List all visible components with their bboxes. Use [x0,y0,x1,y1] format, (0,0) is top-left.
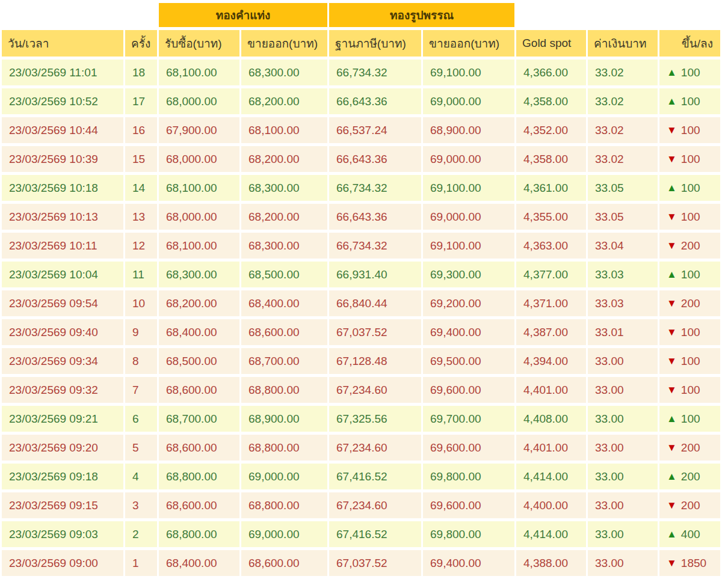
cell-gold-spot: 4,401.00 [516,377,586,403]
cell-baht-rate: 33.00 [588,464,658,489]
cell-datetime: 23/03/2569 09:34 [2,348,123,374]
change-value: 100 [681,268,700,281]
cell-datetime: 23/03/2569 10:11 [2,233,123,259]
change-value: 100 [681,66,700,79]
cell-sell-ornament: 69,800.00 [423,521,514,547]
col-header-tax-base: ฐานภาษี(บาท) [329,30,421,57]
cell-baht-rate: 33.00 [588,377,658,403]
cell-round: 3 [125,492,157,518]
cell-round: 14 [125,175,157,201]
cell-round: 11 [125,262,157,287]
cell-gold-spot: 4,358.00 [516,146,586,172]
cell-change: ▲100 [659,262,720,287]
group-header-gold-ornament: ทองรูปพรรณ [329,3,514,27]
cell-sell-ornament: 69,100.00 [423,175,514,201]
down-arrow-icon: ▼ [667,443,677,453]
cell-sell: 68,500.00 [241,262,327,287]
cell-gold-spot: 4,371.00 [516,290,586,316]
cell-sell-ornament: 69,200.00 [423,290,514,316]
cell-datetime: 23/03/2569 09:21 [2,406,123,432]
cell-gold-spot: 4,394.00 [516,348,586,374]
cell-datetime: 23/03/2569 09:20 [2,435,123,461]
table-row: 23/03/2569 10:391568,000.0068,200.0066,6… [2,146,720,172]
cell-baht-rate: 33.05 [588,204,658,230]
cell-sell: 68,300.00 [241,175,327,201]
cell-change: ▼100 [659,377,720,403]
cell-round: 17 [125,88,157,114]
cell-datetime: 23/03/2569 09:03 [2,521,123,547]
cell-sell: 68,200.00 [241,146,327,172]
down-arrow-icon: ▼ [667,125,677,135]
cell-sell-ornament: 69,400.00 [423,550,514,576]
cell-change: ▼100 [659,117,720,143]
table-row: 23/03/2569 11:011868,100.0068,300.0066,7… [2,60,720,85]
cell-change: ▼100 [659,204,720,230]
cell-sell-ornament: 69,700.00 [423,406,514,432]
cell-tax-base: 67,416.52 [329,521,421,547]
cell-sell: 68,200.00 [241,204,327,230]
cell-buy: 68,800.00 [159,521,239,547]
cell-buy: 68,700.00 [159,406,239,432]
change-value: 200 [681,470,700,483]
cell-sell: 68,900.00 [241,406,327,432]
cell-change: ▲100 [659,88,720,114]
cell-round: 4 [125,464,157,489]
cell-buy: 68,100.00 [159,175,239,201]
table-row: 23/03/2569 10:111268,100.0068,300.0066,7… [2,233,720,259]
cell-baht-rate: 33.00 [588,550,658,576]
cell-gold-spot: 4,363.00 [516,233,586,259]
cell-baht-rate: 33.00 [588,406,658,432]
cell-buy: 68,300.00 [159,262,239,287]
cell-change: ▼200 [659,290,720,316]
table-row: 23/03/2569 09:03268,800.0069,000.0067,41… [2,521,720,547]
down-arrow-icon: ▼ [667,298,677,308]
cell-gold-spot: 4,366.00 [516,60,586,85]
cell-change: ▼200 [659,233,720,259]
table-row: 23/03/2569 09:15368,600.0068,800.0067,23… [2,492,720,518]
gold-price-table: ทองคำแท่ง ทองรูปพรรณ วัน/เวลา ครั้ง รับซ… [0,0,722,579]
cell-sell: 68,400.00 [241,290,327,316]
cell-tax-base: 66,537.24 [329,117,421,143]
cell-datetime: 23/03/2569 09:40 [2,319,123,345]
cell-round: 12 [125,233,157,259]
col-header-baht-rate: ค่าเงินบาท [588,30,658,57]
cell-sell-ornament: 69,600.00 [423,377,514,403]
group-header-gold-bar: ทองคำแท่ง [159,3,327,27]
up-arrow-icon: ▲ [667,414,677,424]
table-row: 23/03/2569 10:041168,300.0068,500.0066,9… [2,262,720,287]
cell-datetime: 23/03/2569 10:44 [2,117,123,143]
table-row: 23/03/2569 10:181468,100.0068,300.0066,7… [2,175,720,201]
cell-buy: 68,500.00 [159,348,239,374]
table-row: 23/03/2569 09:541068,200.0068,400.0066,8… [2,290,720,316]
cell-tax-base: 67,037.52 [329,550,421,576]
cell-datetime: 23/03/2569 09:15 [2,492,123,518]
cell-baht-rate: 33.00 [588,521,658,547]
col-header-sell: ขายออก(บาท) [241,30,327,57]
cell-baht-rate: 33.03 [588,290,658,316]
cell-buy: 68,800.00 [159,464,239,489]
cell-sell-ornament: 69,100.00 [423,233,514,259]
cell-change: ▲100 [659,60,720,85]
cell-tax-base: 67,037.52 [329,319,421,345]
cell-sell-ornament: 69,600.00 [423,435,514,461]
down-arrow-icon: ▼ [667,500,677,510]
cell-sell: 69,000.00 [241,521,327,547]
down-arrow-icon: ▼ [667,385,677,395]
cell-round: 15 [125,146,157,172]
cell-baht-rate: 33.02 [588,117,658,143]
cell-baht-rate: 33.03 [588,262,658,287]
change-value: 100 [681,153,700,166]
cell-gold-spot: 4,414.00 [516,521,586,547]
cell-sell-ornament: 69,100.00 [423,60,514,85]
cell-baht-rate: 33.01 [588,319,658,345]
cell-tax-base: 67,234.60 [329,492,421,518]
cell-change: ▼100 [659,348,720,374]
cell-change: ▼100 [659,319,720,345]
cell-gold-spot: 4,388.00 [516,550,586,576]
table-row: 23/03/2569 09:18468,800.0069,000.0067,41… [2,464,720,489]
cell-sell: 69,000.00 [241,464,327,489]
cell-buy: 68,400.00 [159,550,239,576]
cell-sell: 68,800.00 [241,377,327,403]
cell-sell: 68,100.00 [241,117,327,143]
cell-datetime: 23/03/2569 10:18 [2,175,123,201]
